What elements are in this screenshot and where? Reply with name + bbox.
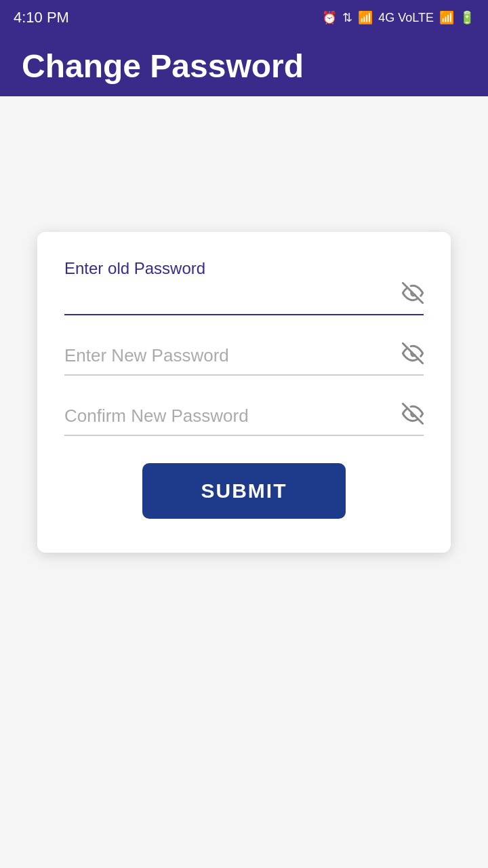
status-time: 4:10 PM	[14, 9, 69, 26]
new-password-toggle-icon[interactable]	[402, 342, 424, 369]
network-label: 4G VoLTE	[378, 11, 434, 25]
page-title: Change Password	[22, 47, 304, 85]
old-password-input[interactable]	[64, 282, 395, 309]
signal-bars-icon: 📶	[358, 10, 373, 25]
old-password-toggle-icon[interactable]	[402, 282, 424, 309]
status-icons: ⏰ ⇅ 📶 4G VoLTE 📶 🔋	[322, 10, 474, 25]
alarm-icon: ⏰	[322, 10, 337, 25]
battery-icon: 🔋	[460, 10, 474, 25]
new-password-group	[64, 342, 424, 376]
confirm-password-group	[64, 403, 424, 436]
old-password-row	[64, 282, 424, 315]
submit-wrapper: SUBMIT	[64, 463, 424, 519]
old-password-label: Enter old Password	[64, 259, 424, 278]
confirm-password-toggle-icon[interactable]	[402, 403, 424, 429]
main-content: Enter old Password	[0, 96, 488, 868]
confirm-password-input[interactable]	[64, 403, 395, 429]
new-password-row	[64, 342, 424, 376]
change-password-card: Enter old Password	[37, 232, 451, 553]
new-password-input[interactable]	[64, 342, 395, 369]
signal-bars-2-icon: 📶	[439, 10, 454, 25]
old-password-group: Enter old Password	[64, 259, 424, 315]
status-bar: 4:10 PM ⏰ ⇅ 📶 4G VoLTE 📶 🔋	[0, 0, 488, 35]
app-bar: Change Password	[0, 35, 488, 96]
confirm-password-row	[64, 403, 424, 436]
submit-button[interactable]: SUBMIT	[142, 463, 346, 519]
data-arrows-icon: ⇅	[342, 10, 352, 25]
